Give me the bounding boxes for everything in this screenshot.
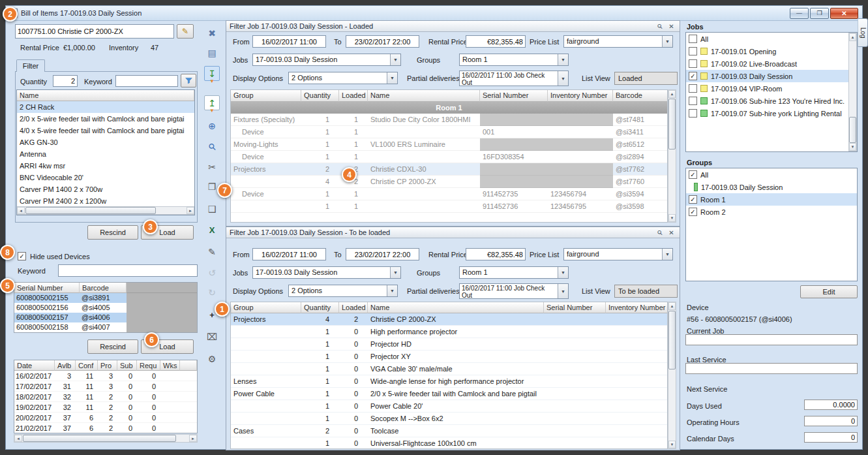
list-item[interactable]: 2 CH Rack xyxy=(17,101,194,113)
calendar-days-input[interactable] xyxy=(804,432,858,443)
table-row[interactable]: 20/02/2017376200 xyxy=(14,413,197,423)
device-keyword-input[interactable] xyxy=(58,264,198,277)
scrollbar-thumb[interactable] xyxy=(23,435,176,442)
keyword-input[interactable] xyxy=(115,75,178,87)
minimize-button[interactable]: — xyxy=(790,8,809,19)
table-row[interactable]: 42Christie CP 2000-ZX@st7760 xyxy=(231,176,667,188)
checkbox[interactable] xyxy=(689,59,697,68)
table-row[interactable]: 10Socopex M -->Box 6x2 xyxy=(231,413,667,425)
table-row[interactable]: 17/02/20173111300 xyxy=(14,381,197,392)
column-header[interactable]: Sub xyxy=(117,360,137,371)
scroll-up-icon[interactable]: ▲ xyxy=(668,90,676,98)
days-used-input[interactable] xyxy=(804,400,858,410)
column-header[interactable]: Requ xyxy=(137,360,160,371)
search-icon[interactable]: ⚲ xyxy=(201,136,222,157)
scrollbar-thumb[interactable] xyxy=(668,99,676,149)
close-icon[interactable]: ✖ xyxy=(204,25,220,40)
list-item[interactable]: ✓Room 1 xyxy=(686,193,857,206)
list-item[interactable]: Carver PM 1400 2 x 700w xyxy=(17,183,194,195)
excel-export-icon[interactable]: X xyxy=(204,223,220,238)
table-row[interactable]: Device11911452735123456794@si3594 xyxy=(231,188,667,200)
checkbox[interactable] xyxy=(689,35,697,43)
table-row[interactable]: 19/02/20173211200 xyxy=(14,402,197,413)
column-header[interactable]: Pro xyxy=(98,360,117,371)
edit-button[interactable]: Edit xyxy=(800,285,858,298)
maximize-button[interactable]: ❒ xyxy=(810,8,829,19)
table-row[interactable]: Power Cable102/0 x 5-wire feeder tail wi… xyxy=(231,388,667,400)
list-item[interactable]: Antenna xyxy=(17,148,194,160)
operating-hours-input[interactable] xyxy=(804,416,858,426)
current-job-input[interactable] xyxy=(685,334,858,345)
scrollbar-thumb[interactable] xyxy=(668,311,676,369)
table-row[interactable]: 18/02/20173211200 xyxy=(14,392,197,402)
column-header[interactable]: Group xyxy=(231,90,301,102)
list-item[interactable]: BNC Videocable 20' xyxy=(17,172,194,183)
partial-deliveries-select[interactable]: 16/02/2017 11:00 Job Check Out▼ xyxy=(459,71,569,86)
quantity-input[interactable] xyxy=(53,75,78,87)
settings-icon[interactable]: ⚙ xyxy=(204,351,220,366)
horizontal-scrollbar[interactable]: ◄ ► xyxy=(14,434,198,443)
list-item[interactable]: 17-0019.01 Opening xyxy=(686,45,857,57)
scroll-right-icon[interactable]: ► xyxy=(189,435,197,442)
title-bar[interactable]: Bill of Items 17-0019.03 Daily Session —… xyxy=(6,6,862,21)
table-row[interactable]: 11911452736123456795@si3598 xyxy=(231,200,667,213)
edit-item-button[interactable]: ✎ xyxy=(177,24,194,39)
scroll-left-icon[interactable]: ◄ xyxy=(17,207,25,214)
groups-select[interactable]: Room 1▼ xyxy=(459,266,569,279)
scroll-up-icon[interactable]: ▲ xyxy=(849,33,856,41)
list-item[interactable]: 2/0 x 5-wire feeder tail with Camlock an… xyxy=(17,113,194,125)
jobs-select[interactable]: 17-0019.03 Daily Session▼ xyxy=(252,54,401,66)
display-options-select[interactable]: 2 Options▼ xyxy=(288,72,398,84)
table-row[interactable]: 6008005002157@si4006 xyxy=(14,313,197,322)
list-item[interactable]: ARRI 4kw msr xyxy=(17,160,194,172)
panel-search-icon[interactable]: ⚲ xyxy=(653,227,666,239)
list-item[interactable]: Carver PM 2400 2 x 1200w xyxy=(17,195,194,207)
table-row[interactable]: 6008005002155@si3891 xyxy=(14,293,197,303)
rescind-device-button[interactable]: Rescind xyxy=(87,339,138,354)
table-row[interactable]: 10VGA Cable 30' male/male xyxy=(231,363,667,375)
jobs-select[interactable]: 17-0019.03 Daily Session▼ xyxy=(252,266,401,279)
column-header[interactable]: Date xyxy=(14,360,55,371)
display-options-select[interactable]: 2 Options▼ xyxy=(288,285,398,297)
checkbox[interactable]: ✓ xyxy=(689,170,697,179)
last-service-input[interactable] xyxy=(685,363,858,374)
column-header-name[interactable]: Name xyxy=(17,90,194,101)
filter-button[interactable] xyxy=(181,74,196,87)
column-header[interactable]: Serial Number xyxy=(14,283,80,293)
from-input[interactable] xyxy=(252,248,326,260)
tab-filter[interactable]: Filter xyxy=(16,59,45,72)
zoom-in-icon[interactable]: ⊕ xyxy=(204,118,220,133)
scroll-down-icon[interactable]: ▼ xyxy=(668,214,676,222)
vertical-scrollbar[interactable]: ▲▼ xyxy=(668,89,676,223)
rental-price-input[interactable] xyxy=(466,35,526,48)
scroll-down-icon[interactable]: ▼ xyxy=(668,441,676,448)
column-header[interactable]: Barcode xyxy=(80,283,127,293)
close-button[interactable]: ✕ xyxy=(830,8,858,19)
table-row[interactable]: 16/02/2017311300 xyxy=(14,371,197,381)
list-item[interactable]: AKG GN-30 xyxy=(17,136,194,148)
horizontal-scrollbar[interactable]: ◄ ► xyxy=(17,206,194,215)
column-header[interactable]: Wks xyxy=(160,360,180,371)
rescind-button[interactable]: Rescind xyxy=(87,225,138,240)
delete-icon[interactable]: ⌧ xyxy=(204,329,220,344)
column-header[interactable]: Serial Number xyxy=(544,302,606,313)
column-header[interactable]: Name xyxy=(368,90,480,102)
table-row[interactable]: Device11001@si3411 xyxy=(231,126,667,138)
table-row[interactable]: 10Projector HD xyxy=(231,338,667,351)
table-row[interactable]: Cases20Toolcase xyxy=(231,425,667,437)
partial-deliveries-select[interactable]: 16/02/2017 11:00 Job Check Out▼ xyxy=(459,283,569,299)
list-item[interactable]: ✓Room 2 xyxy=(686,206,857,218)
checkbox[interactable] xyxy=(689,97,697,105)
to-input[interactable] xyxy=(346,248,419,260)
table-row[interactable]: Fixtures (Specialty)11Studio Due City Co… xyxy=(231,114,667,126)
scrollbar-thumb[interactable] xyxy=(849,117,856,143)
tab-log[interactable]: Log xyxy=(858,18,868,47)
paste-icon[interactable]: ❑ xyxy=(204,201,220,216)
checkbox[interactable] xyxy=(689,109,697,118)
column-header[interactable]: Inventory Number xyxy=(548,90,613,102)
column-header[interactable]: Barcode xyxy=(613,90,668,102)
panel-close-icon[interactable]: ✕ xyxy=(666,22,676,31)
table-row[interactable]: 10Projector XY xyxy=(231,351,667,363)
column-header[interactable]: Conf xyxy=(76,360,98,371)
scroll-up-icon[interactable]: ▲ xyxy=(668,302,676,310)
